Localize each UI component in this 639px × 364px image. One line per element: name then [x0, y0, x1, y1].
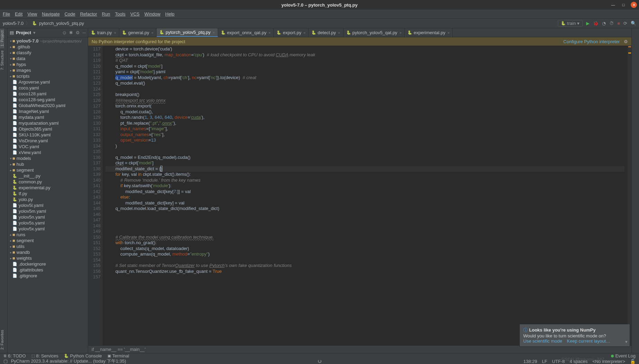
crumb-sep: 〉: [26, 20, 30, 27]
title-bar: yolov5-7.0 – pytorch_yolov5_ptq.py — □ ✕: [0, 0, 639, 10]
profile-button[interactable]: ⏱: [609, 21, 614, 26]
menu-refactor[interactable]: Refactor: [80, 11, 97, 17]
maximize-button[interactable]: □: [620, 2, 627, 8]
window-title: yolov5-7.0 – pytorch_yolov5_ptq.py: [281, 2, 357, 8]
menu-file[interactable]: File: [3, 11, 10, 17]
python-icon: 🐍: [32, 21, 37, 26]
menu-edit[interactable]: Edit: [15, 11, 22, 17]
window-controls: — □ ✕: [610, 2, 637, 8]
menu-tools[interactable]: Tools: [115, 11, 125, 17]
menu-view[interactable]: View: [27, 11, 37, 17]
update-project-button[interactable]: ⟳: [623, 21, 627, 26]
menu-navigate[interactable]: Navigate: [42, 11, 59, 17]
minimize-button[interactable]: —: [610, 2, 616, 8]
navbar-toolbar: 🐍 train ▾ ▶ 🐞 ◔ ⏱ ■ ⟳ 🔍: [558, 20, 636, 27]
menu-bar: File Edit View Navigate Code Refactor Ru…: [0, 10, 639, 19]
run-configuration-selector[interactable]: 🐍 train ▾: [558, 20, 583, 27]
close-button[interactable]: ✕: [631, 2, 637, 8]
menu-window[interactable]: Window: [144, 11, 160, 17]
breadcrumbs: yolov5-7.0 〉 🐍 pytorch_yolov5_ptq.py: [3, 20, 84, 27]
debug-button[interactable]: 🐞: [593, 21, 599, 26]
menu-run[interactable]: Run: [102, 11, 110, 17]
navigation-bar: yolov5-7.0 〉 🐍 pytorch_yolov5_ptq.py 🐍 t…: [0, 19, 639, 28]
menu-help[interactable]: Help: [165, 11, 175, 17]
chevron-down-icon: ▾: [577, 21, 580, 26]
stop-button[interactable]: ■: [617, 21, 620, 26]
search-everywhere-button[interactable]: 🔍: [631, 21, 636, 26]
run-button[interactable]: ▶: [586, 21, 590, 26]
python-icon: 🐍: [561, 21, 566, 26]
menu-code[interactable]: Code: [65, 11, 75, 17]
crumb-file[interactable]: pytorch_yolov5_ptq.py: [39, 21, 84, 26]
menu-vcs[interactable]: VCS: [130, 11, 140, 17]
crumb-root[interactable]: yolov5-7.0: [3, 21, 24, 26]
coverage-button[interactable]: ◔: [602, 21, 606, 26]
